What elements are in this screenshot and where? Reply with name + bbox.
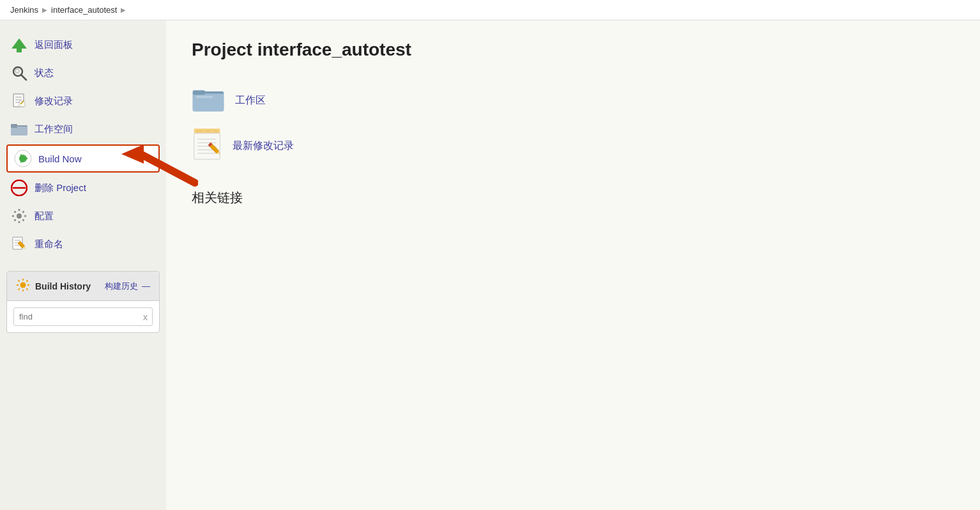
- main-layout: 返回面板 状态: [0, 20, 980, 510]
- breadcrumb-project[interactable]: interface_autotest: [51, 5, 117, 15]
- sidebar-item-change-log[interactable]: 修改记录: [0, 87, 166, 115]
- svg-point-27: [20, 282, 26, 288]
- breadcrumb-sep-2: ▶: [121, 6, 126, 13]
- build-history-body: x: [7, 301, 159, 332]
- sidebar: 返回面板 状态: [0, 20, 166, 510]
- sidebar-item-rename-label: 重命名: [34, 238, 63, 251]
- delete-icon: [10, 179, 28, 197]
- build-now-container: Build Now: [0, 144, 166, 173]
- svg-line-33: [26, 288, 27, 290]
- project-title: Project interface_autotest: [192, 40, 954, 60]
- sidebar-item-build-now-label: Build Now: [38, 153, 82, 164]
- sidebar-item-workspace[interactable]: 工作空间: [0, 115, 166, 143]
- workspace-link[interactable]: 工作区: [235, 94, 266, 107]
- svg-rect-38: [193, 90, 205, 95]
- sidebar-item-back-panel-label: 返回面板: [34, 39, 73, 51]
- build-history-link[interactable]: 构建历史: [105, 281, 138, 292]
- breadcrumb-sep-1: ▶: [42, 6, 47, 13]
- build-history-section: Build History 构建历史 — x: [6, 271, 160, 333]
- build-history-label: Build History: [35, 281, 91, 291]
- sidebar-item-build-now[interactable]: Build Now: [6, 144, 160, 173]
- svg-point-20: [17, 213, 22, 219]
- changelog-link-item: 最新修改记录: [192, 128, 954, 164]
- sidebar-item-rename[interactable]: 重命名: [0, 230, 166, 258]
- build-now-icon: [14, 150, 32, 167]
- svg-point-3: [15, 69, 19, 73]
- search-wrap: x: [13, 307, 153, 326]
- sun-icon: [16, 278, 30, 294]
- sidebar-item-status[interactable]: 状态: [0, 59, 166, 87]
- edit-notepad-icon: [10, 92, 28, 110]
- gear-icon: [10, 207, 28, 225]
- svg-rect-39: [196, 96, 213, 98]
- workspace-folder-icon: [192, 86, 225, 116]
- arrow-up-icon: [10, 36, 28, 54]
- workspace-link-item: 工作区: [192, 86, 954, 116]
- breadcrumb-bar: Jenkins ▶ interface_autotest ▶: [0, 0, 980, 20]
- changelog-link[interactable]: 最新修改记录: [233, 139, 294, 153]
- content-area: Project interface_autotest: [166, 20, 980, 510]
- sidebar-item-configure-label: 配置: [34, 210, 54, 222]
- svg-rect-12: [11, 124, 17, 128]
- svg-line-32: [19, 281, 20, 282]
- svg-rect-11: [11, 127, 27, 135]
- breadcrumb-jenkins[interactable]: Jenkins: [10, 5, 38, 15]
- sidebar-item-workspace-label: 工作空间: [34, 123, 73, 135]
- build-history-title: Build History: [16, 278, 91, 294]
- svg-rect-8: [19, 101, 25, 107]
- content-links: 工作区: [192, 86, 954, 164]
- build-history-collapse[interactable]: —: [142, 281, 150, 291]
- build-history-header: Build History 构建历史 —: [7, 272, 159, 301]
- magnifier-icon: [10, 64, 28, 82]
- sidebar-item-delete[interactable]: 删除 Project: [0, 174, 166, 202]
- svg-marker-0: [11, 38, 27, 52]
- sidebar-item-changelog-label: 修改记录: [34, 95, 73, 107]
- sidebar-item-status-label: 状态: [34, 67, 54, 79]
- rename-icon: [10, 235, 28, 253]
- sidebar-item-delete-label: 删除 Project: [34, 182, 86, 194]
- search-input[interactable]: [13, 307, 153, 326]
- sidebar-item-configure[interactable]: 配置: [0, 202, 166, 230]
- related-links-heading: 相关链接: [192, 189, 954, 206]
- notepad-icon: [192, 128, 222, 164]
- search-clear-button[interactable]: x: [143, 312, 148, 322]
- svg-line-35: [19, 288, 20, 290]
- svg-line-34: [26, 281, 27, 282]
- sidebar-item-back-panel[interactable]: 返回面板: [0, 31, 166, 59]
- svg-line-2: [21, 75, 26, 80]
- folder-small-icon: [10, 120, 28, 138]
- build-history-right: 构建历史 —: [105, 281, 150, 292]
